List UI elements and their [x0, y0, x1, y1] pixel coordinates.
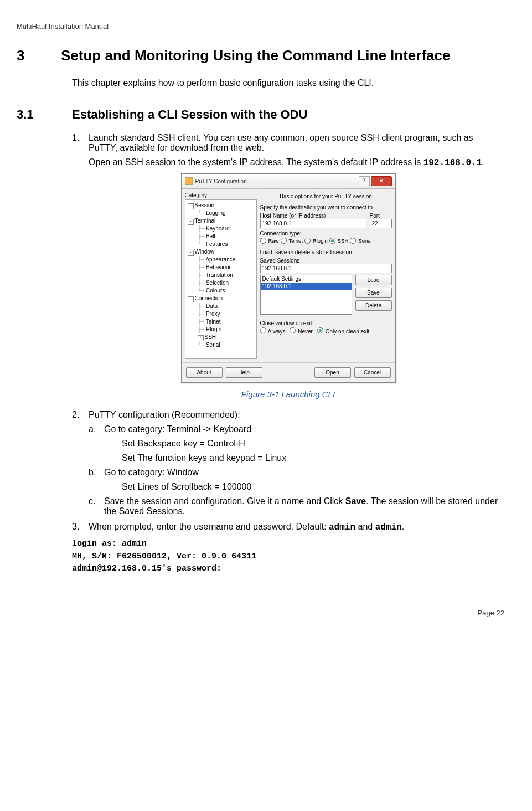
- default-pass: admin: [375, 522, 402, 532]
- set-scrollback: Set Lines of Scrollback = 100000: [122, 482, 504, 492]
- tree-logging[interactable]: Logging: [206, 210, 226, 216]
- tree-ssh[interactable]: SSH: [205, 334, 216, 340]
- tree-bell[interactable]: Bell: [206, 233, 215, 239]
- saved-session-input[interactable]: [260, 264, 392, 273]
- host-input[interactable]: [260, 219, 366, 228]
- tree-features[interactable]: Features: [206, 241, 228, 247]
- tree-session[interactable]: Session: [195, 202, 215, 208]
- tree-terminal[interactable]: Terminal: [195, 218, 216, 224]
- help-button[interactable]: Help: [226, 367, 262, 378]
- chapter-heading: 3 Setup and Monitoring Using the Command…: [17, 47, 504, 64]
- telnet-radio[interactable]: [281, 238, 287, 244]
- step-2: 2. PuTTY configuration (Recommended):: [72, 410, 504, 420]
- chapter-number: 3: [17, 47, 61, 64]
- tree-window[interactable]: Window: [195, 249, 215, 255]
- help-icon[interactable]: ?: [359, 176, 370, 186]
- step-number: 1.: [72, 133, 89, 153]
- chapter-title: Setup and Monitoring Using the Command L…: [61, 47, 504, 64]
- dest-label: Specify the destination you want to conn…: [260, 204, 392, 211]
- saved-sessions-label: Saved Sessions: [260, 258, 392, 264]
- tree-serial[interactable]: Serial: [206, 342, 220, 348]
- load-button[interactable]: Load: [355, 275, 392, 285]
- terminal-line: MH, S/N: F626500012, Ver: 0.9.0 64311: [72, 551, 504, 563]
- set-backspace: Set Backspace key = Control-H: [122, 439, 504, 449]
- host-label: Host Name (or IP address): [260, 213, 366, 219]
- page-footer: Page 22: [17, 609, 504, 617]
- step-number: 2.: [72, 410, 89, 420]
- substep-a: a. Go to category: Terminal -> Keyboard: [89, 424, 504, 434]
- always-radio[interactable]: [260, 327, 266, 333]
- ssh-radio[interactable]: [329, 238, 335, 244]
- panel-title: Basic options for your PuTTY session: [260, 192, 392, 201]
- step-text: PuTTY configuration (Recommended):: [89, 410, 504, 420]
- putty-titlebar: PuTTY Configuration ?: [182, 174, 395, 189]
- putty-icon: [185, 177, 193, 185]
- session-selected[interactable]: 192.168.0.1: [261, 283, 352, 290]
- substep-b: b. Go to category: Window: [89, 468, 504, 478]
- tree-translation[interactable]: Translation: [206, 272, 233, 278]
- step-text: Launch standard SSH client. You can use …: [89, 133, 504, 153]
- putty-title: PuTTY Configuration: [195, 178, 359, 184]
- clean-exit-radio[interactable]: [317, 327, 323, 333]
- delete-button[interactable]: Delete: [355, 300, 392, 311]
- lsd-label: Load, save or delete a stored session: [260, 249, 392, 255]
- open-button[interactable]: Open: [314, 367, 351, 378]
- putty-screenshot: PuTTY Configuration ? Category: -Session…: [181, 173, 396, 383]
- tree-rlogin[interactable]: Rlogin: [206, 326, 221, 332]
- tree-keyboard[interactable]: Keyboard: [206, 225, 230, 232]
- conn-type-label: Connection type:: [260, 230, 392, 237]
- save-bold: Save: [345, 496, 366, 506]
- sessions-listbox[interactable]: Default Settings 192.168.0.1: [260, 275, 352, 315]
- tree-telnet[interactable]: Telnet: [206, 319, 221, 325]
- set-function-keys: Set The function keys and keypad = Linux: [122, 453, 504, 463]
- terminal-line: login as: admin: [72, 538, 504, 551]
- cancel-button[interactable]: Cancel: [354, 367, 391, 378]
- step-1: 1. Launch standard SSH client. You can u…: [72, 133, 504, 153]
- default-user: admin: [329, 522, 355, 532]
- session-default[interactable]: Default Settings: [261, 275, 352, 283]
- close-icon[interactable]: [371, 176, 392, 186]
- step-number: 3.: [72, 522, 89, 532]
- tree-connection[interactable]: Connection: [195, 295, 223, 301]
- about-button[interactable]: About: [186, 367, 223, 378]
- port-input[interactable]: [370, 219, 392, 228]
- tree-behaviour[interactable]: Behaviour: [206, 264, 231, 270]
- close-on-exit-label: Close window on exit:: [260, 320, 392, 326]
- section-heading: 3.1 Establishing a CLI Session with the …: [17, 107, 504, 122]
- figure-caption: Figure 3-1 Launching CLI: [72, 389, 504, 399]
- terminal-line: admin@192.168.0.15's password:: [72, 563, 504, 576]
- tree-selection[interactable]: Selection: [206, 280, 229, 286]
- serial-radio[interactable]: [350, 238, 356, 244]
- tree-colours[interactable]: Colours: [206, 288, 225, 294]
- tree-proxy[interactable]: Proxy: [206, 311, 220, 317]
- section-number: 3.1: [17, 107, 72, 122]
- step-3: 3. When prompted, enter the username and…: [72, 522, 504, 532]
- tree-appearance[interactable]: Appearance: [205, 256, 235, 263]
- rlogin-radio[interactable]: [304, 238, 311, 244]
- chapter-intro: This chapter explains how to perform bas…: [72, 78, 504, 88]
- port-label: Port: [370, 213, 392, 219]
- never-radio[interactable]: [290, 327, 296, 333]
- save-button[interactable]: Save: [355, 288, 392, 298]
- step-1-note: Open an SSH session to the system's IP a…: [89, 157, 504, 168]
- category-tree[interactable]: -Session └·· Logging -Terminal ├·· Keybo…: [185, 199, 257, 359]
- substep-c: c. Save the session and configuration. G…: [89, 496, 504, 516]
- default-ip: 192.168.0.1: [423, 158, 482, 168]
- raw-radio[interactable]: [260, 238, 266, 244]
- terminal-output: login as: admin MH, S/N: F626500012, Ver…: [72, 538, 504, 576]
- doc-header: MultiHaul Installation Manual: [17, 22, 504, 30]
- category-label: Category:: [185, 192, 257, 198]
- tree-data[interactable]: Data: [206, 303, 218, 309]
- section-title: Establishing a CLI Session with the ODU: [72, 107, 307, 122]
